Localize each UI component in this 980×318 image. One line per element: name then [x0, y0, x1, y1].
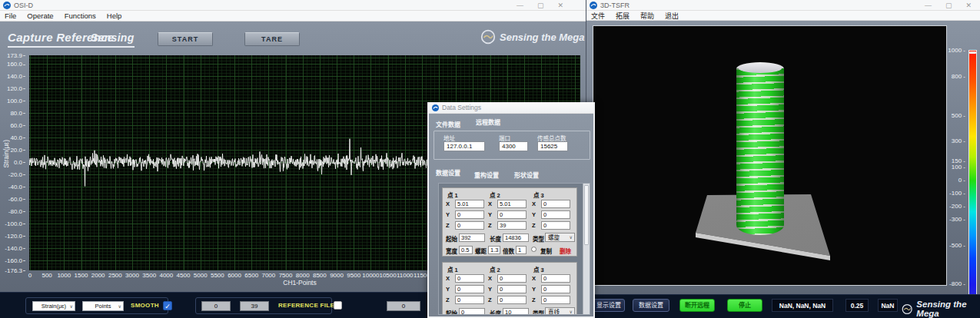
display-settings-button[interactable]: 显示设置	[593, 299, 625, 312]
pitch-label: 螺距	[475, 247, 487, 255]
colorbar-tick-label: 300 -	[938, 137, 965, 144]
axis-label-y: Y	[532, 286, 536, 293]
tab-remote-data[interactable]: 远程数据	[473, 116, 503, 128]
point-coordinate-field[interactable]: 0	[455, 285, 484, 293]
point-coordinate-field[interactable]: 0	[497, 296, 527, 304]
unit-select[interactable]: Strain(με) ∨	[32, 301, 75, 311]
data-settings-dialog: Data Settings 文件数据 远程数据 地址 127.0.0.1 端口 …	[427, 102, 595, 318]
value-field-3[interactable]: 0	[387, 301, 420, 311]
osi-d-titlebar: OSI-D	[0, 0, 586, 11]
start-field[interactable]: 0	[459, 308, 485, 315]
start-field[interactable]: 392	[459, 234, 485, 242]
tsfr-titlebar: 3D-TSFR	[586, 0, 980, 11]
tab-shape-settings[interactable]: 形状设置	[512, 169, 541, 181]
menu-tuozhan[interactable]: 拓展	[616, 11, 630, 21]
address-field[interactable]: 127.0.0.1	[443, 141, 485, 151]
point-coordinate-field[interactable]: 0	[497, 285, 527, 293]
minimize-icon[interactable]: —	[925, 0, 932, 11]
tare-button[interactable]: TARE	[244, 32, 300, 46]
x-axis-title: CH1-Points	[269, 279, 331, 287]
axis-label-x: X	[488, 200, 492, 207]
type-select[interactable]: 直线∨	[545, 307, 575, 315]
type-select[interactable]: 螺旋∨	[545, 233, 575, 242]
reference-file-checkbox[interactable]	[334, 301, 342, 310]
point-coordinate-field[interactable]: 0	[455, 296, 484, 304]
smooth-checkbox[interactable]: ✓	[163, 301, 172, 310]
maximize-icon[interactable]: ▢	[537, 0, 544, 11]
menu-bangzhu[interactable]: 帮助	[640, 11, 654, 21]
point-label: 点 1	[447, 190, 458, 199]
dialog-scrollbar-thumb[interactable]	[584, 185, 589, 245]
chevron-down-icon: ∨	[118, 302, 121, 311]
colorbar-tick-label: -800 -	[938, 280, 965, 287]
dialog-scrollbar[interactable]	[583, 184, 590, 314]
point-coordinate-field[interactable]: 0	[497, 210, 527, 219]
point-coordinate-field[interactable]: 0	[541, 221, 570, 230]
dialog-app-icon	[432, 104, 439, 111]
length-field[interactable]: 10	[503, 308, 529, 315]
width-field[interactable]: 0.5	[459, 246, 473, 254]
tab-file-data[interactable]: 文件数据	[434, 118, 463, 130]
colorbar-max-handle[interactable]	[969, 51, 976, 54]
menu-file[interactable]: File	[5, 12, 16, 20]
y-tick-label: -100.0	[0, 220, 25, 227]
axis-label-z: Z	[532, 296, 536, 303]
value-field-1[interactable]: 0	[201, 301, 231, 311]
tab-rebuild-settings[interactable]: 重构设置	[472, 169, 501, 181]
menu-help[interactable]: Help	[107, 12, 122, 20]
brand-logo-text: Sensing the Mega	[916, 300, 980, 318]
point-coordinate-field[interactable]: 5.01	[455, 200, 484, 208]
tsfr-menubar: 文件 拓展 帮助 退出	[586, 11, 980, 21]
point-coordinate-field[interactable]: 0	[541, 274, 570, 283]
dialog-titlebar[interactable]: Data Settings	[429, 102, 593, 114]
pitch-field[interactable]: 1.3	[488, 246, 500, 254]
axis-label-x: X	[446, 275, 450, 282]
menu-wenjian[interactable]: 文件	[591, 11, 605, 21]
menu-functions[interactable]: Functions	[65, 12, 96, 20]
point-coordinate-field[interactable]: 0	[541, 210, 570, 219]
colorbar-tick-label: -500 -	[938, 242, 965, 249]
point-coordinate-field[interactable]: 0	[455, 221, 484, 230]
close-icon[interactable]: ✕	[558, 0, 564, 11]
port-field[interactable]: 4300	[499, 141, 528, 151]
point-coordinate-field[interactable]: 0	[541, 296, 570, 304]
tab-data-settings[interactable]: 数据设置	[434, 167, 463, 178]
point-coordinate-field[interactable]: 0	[497, 274, 527, 283]
copy-label[interactable]: 复制	[540, 247, 552, 255]
y-tick-label: 140.0	[0, 73, 25, 80]
point-coordinate-field[interactable]: 5.01	[497, 200, 527, 208]
menu-operate[interactable]: Operate	[27, 12, 53, 20]
tab-sensing[interactable]: Sensing	[91, 31, 135, 48]
sensor-points-field[interactable]: 15625	[537, 141, 568, 151]
maximize-icon[interactable]: ▢	[945, 0, 952, 11]
points-select[interactable]: Points ∨	[82, 301, 124, 311]
point-coordinate-field[interactable]: 39	[497, 221, 527, 230]
value-field-2[interactable]: 39	[240, 301, 269, 311]
y-tick-label: -60.0	[0, 196, 25, 203]
data-settings-button[interactable]: 数据设置	[633, 299, 669, 312]
colorbar[interactable]	[968, 50, 977, 311]
stop-button[interactable]: 停止	[727, 299, 762, 312]
copy-radio[interactable]	[531, 247, 537, 252]
close-icon[interactable]: ✕	[966, 0, 972, 11]
disconnect-remote-button[interactable]: 断开远程	[679, 299, 715, 312]
point-coordinate-field[interactable]: 0	[455, 274, 484, 283]
delete-button[interactable]: 删除	[560, 247, 571, 255]
multiple-field[interactable]: 1	[516, 246, 527, 254]
dialog-title: Data Settings	[442, 104, 481, 111]
dialog-body: 文件数据 远程数据 地址 127.0.0.1 端口 4300 传感总点数 156…	[429, 114, 593, 316]
start-button[interactable]: START	[158, 32, 213, 46]
y-axis-title: Strain(με)	[2, 140, 10, 168]
axis-label-y: Y	[488, 286, 492, 293]
point-coordinate-field[interactable]: 0	[541, 285, 570, 293]
menu-tuichu[interactable]: 退出	[665, 11, 679, 21]
point-coordinate-field[interactable]: 0	[455, 210, 484, 219]
y-tick-label: 60.0	[0, 122, 25, 129]
length-field[interactable]: 14836	[503, 234, 529, 242]
width-label: 宽度	[446, 247, 457, 255]
points-select-value: Points	[95, 303, 111, 310]
point-coordinate-field[interactable]: 0	[541, 200, 570, 208]
unit-select-value: Strain(με)	[42, 303, 66, 310]
3d-viewport[interactable]	[593, 25, 947, 286]
minimize-icon[interactable]: —	[517, 0, 523, 11]
